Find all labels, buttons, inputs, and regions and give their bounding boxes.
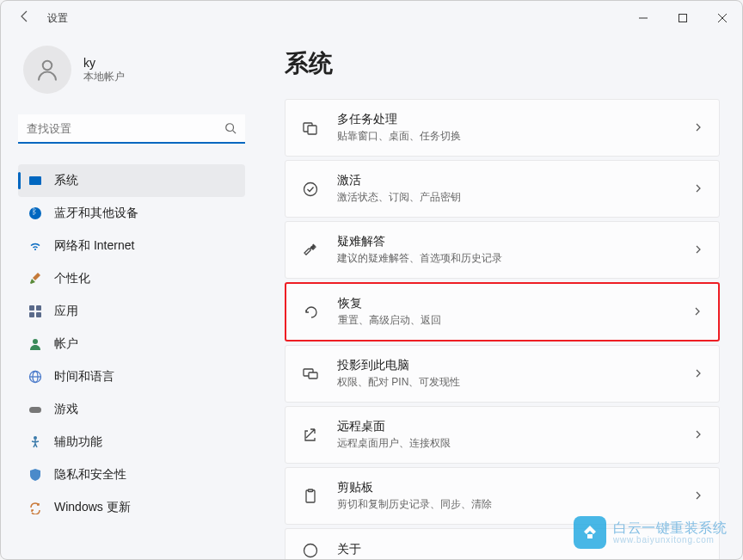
page-title: 系统 bbox=[285, 47, 720, 80]
search-wrap bbox=[18, 114, 245, 144]
card-activation[interactable]: 激活 激活状态、订阅、产品密钥 bbox=[285, 160, 720, 218]
card-multitasking[interactable]: 多任务处理 贴靠窗口、桌面、任务切换 bbox=[285, 99, 720, 157]
search-icon bbox=[224, 122, 236, 138]
watermark-text: 白云一键重装系统 www.baiyunxitong.com bbox=[613, 520, 727, 545]
nav-item-network[interactable]: 网络和 Internet bbox=[18, 230, 245, 262]
watermark-logo bbox=[574, 516, 606, 549]
close-button[interactable] bbox=[703, 4, 742, 32]
nav-item-time-language[interactable]: 时间和语言 bbox=[18, 360, 245, 393]
svg-rect-23 bbox=[309, 489, 313, 492]
card-body: 剪贴板 剪切和复制历史记录、同步、清除 bbox=[337, 480, 676, 512]
card-title: 多任务处理 bbox=[337, 112, 676, 127]
recovery-icon bbox=[302, 303, 321, 322]
card-recovery[interactable]: 恢复 重置、高级启动、返回 bbox=[285, 282, 720, 342]
main: 系统 多任务处理 贴靠窗口、桌面、任务切换 激活 激活 bbox=[259, 35, 742, 559]
content: ky 本地帐户 系统 蓝牙和其他设备 bbox=[1, 35, 742, 559]
nav-label: 辅助功能 bbox=[54, 434, 102, 450]
svg-point-5 bbox=[226, 124, 234, 132]
watermark-url: www.baiyunxitong.com bbox=[613, 535, 727, 545]
nav-label: 游戏 bbox=[54, 402, 78, 417]
nav-item-personalize[interactable]: 个性化 bbox=[18, 262, 245, 295]
nav-item-accounts[interactable]: 帐户 bbox=[18, 328, 245, 360]
nav-label: 网络和 Internet bbox=[54, 238, 134, 254]
svg-rect-10 bbox=[36, 312, 41, 317]
card-subtitle: 剪切和复制历史记录、同步、清除 bbox=[337, 497, 676, 512]
card-title: 疑难解答 bbox=[337, 234, 676, 249]
person-icon bbox=[28, 337, 42, 351]
card-body: 恢复 重置、高级启动、返回 bbox=[338, 296, 675, 328]
svg-point-16 bbox=[34, 436, 37, 440]
svg-point-19 bbox=[304, 182, 317, 195]
gamepad-icon bbox=[28, 403, 42, 416]
nav-label: 个性化 bbox=[54, 271, 90, 286]
clipboard-icon bbox=[301, 487, 320, 506]
chevron-right-icon bbox=[693, 182, 703, 197]
card-body: 远程桌面 远程桌面用户、连接权限 bbox=[337, 419, 676, 451]
back-button[interactable] bbox=[18, 9, 32, 27]
card-troubleshoot[interactable]: 疑难解答 建议的疑难解答、首选项和历史记录 bbox=[285, 221, 720, 279]
bluetooth-icon bbox=[28, 206, 42, 220]
wrench-icon bbox=[301, 241, 320, 260]
svg-rect-8 bbox=[36, 305, 41, 311]
svg-point-4 bbox=[43, 61, 52, 71]
minimize-button[interactable] bbox=[623, 4, 663, 32]
svg-point-24 bbox=[304, 545, 317, 557]
card-subtitle: 贴靠窗口、桌面、任务切换 bbox=[337, 129, 676, 144]
titlebar: 设置 bbox=[1, 1, 742, 35]
user-info: ky 本地帐户 bbox=[83, 56, 125, 84]
nav-item-privacy[interactable]: 隐私和安全性 bbox=[18, 458, 245, 491]
sidebar: ky 本地帐户 系统 蓝牙和其他设备 bbox=[1, 35, 259, 559]
titlebar-left: 设置 bbox=[18, 9, 68, 27]
apps-icon bbox=[28, 305, 42, 318]
card-body: 投影到此电脑 权限、配对 PIN、可发现性 bbox=[337, 358, 676, 390]
nav-item-apps[interactable]: 应用 bbox=[18, 295, 245, 328]
nav-item-accessibility[interactable]: 辅助功能 bbox=[18, 426, 245, 458]
accessibility-icon bbox=[28, 435, 42, 449]
chevron-right-icon bbox=[693, 489, 703, 504]
user-section[interactable]: ky 本地帐户 bbox=[18, 46, 259, 94]
maximize-button[interactable] bbox=[663, 4, 703, 32]
wifi-icon bbox=[28, 239, 42, 253]
nav-item-system[interactable]: 系统 bbox=[18, 164, 245, 197]
chevron-right-icon bbox=[693, 243, 703, 258]
svg-rect-21 bbox=[309, 372, 317, 378]
avatar bbox=[23, 46, 71, 94]
remote-icon bbox=[301, 426, 320, 445]
card-title: 剪贴板 bbox=[337, 480, 676, 495]
search-input[interactable] bbox=[18, 114, 245, 144]
project-icon bbox=[301, 365, 320, 384]
user-subtitle: 本地帐户 bbox=[83, 70, 125, 84]
nav-item-gaming[interactable]: 游戏 bbox=[18, 393, 245, 426]
update-icon bbox=[28, 501, 42, 514]
card-title: 远程桌面 bbox=[337, 419, 676, 434]
svg-rect-9 bbox=[29, 312, 34, 317]
svg-rect-15 bbox=[29, 407, 41, 413]
nav-label: 时间和语言 bbox=[54, 369, 114, 385]
card-remote-desktop[interactable]: 远程桌面 远程桌面用户、连接权限 bbox=[285, 406, 720, 464]
watermark: 白云一键重装系统 www.baiyunxitong.com bbox=[574, 516, 727, 549]
nav-label: 帐户 bbox=[54, 336, 78, 352]
card-title: 恢复 bbox=[338, 296, 675, 311]
settings-list: 多任务处理 贴靠窗口、桌面、任务切换 激活 激活状态、订阅、产品密钥 bbox=[285, 99, 720, 559]
nav-item-bluetooth[interactable]: 蓝牙和其他设备 bbox=[18, 197, 245, 230]
brush-icon bbox=[28, 272, 42, 286]
info-icon bbox=[301, 541, 320, 559]
nav-item-windows-update[interactable]: Windows 更新 bbox=[18, 491, 245, 524]
card-subtitle: 权限、配对 PIN、可发现性 bbox=[337, 375, 676, 390]
nav-label: Windows 更新 bbox=[54, 500, 131, 515]
shield-icon bbox=[28, 468, 42, 482]
nav-label: 应用 bbox=[54, 304, 78, 319]
card-subtitle: 远程桌面用户、连接权限 bbox=[337, 436, 676, 451]
settings-window: 设置 ky 本地帐户 bbox=[0, 0, 743, 560]
card-subtitle: 激活状态、订阅、产品密钥 bbox=[337, 190, 676, 205]
chevron-right-icon bbox=[692, 305, 703, 320]
nav-label: 系统 bbox=[54, 173, 78, 188]
chevron-right-icon bbox=[693, 428, 703, 443]
nav-label: 蓝牙和其他设备 bbox=[54, 206, 138, 221]
card-body: 多任务处理 贴靠窗口、桌面、任务切换 bbox=[337, 112, 676, 144]
chevron-right-icon bbox=[693, 366, 703, 382]
card-project[interactable]: 投影到此电脑 权限、配对 PIN、可发现性 bbox=[285, 345, 720, 403]
watermark-main: 白云一键重装系统 bbox=[613, 520, 727, 536]
card-subtitle: 重置、高级启动、返回 bbox=[338, 313, 675, 328]
card-body: 激活 激活状态、订阅、产品密钥 bbox=[337, 173, 676, 205]
